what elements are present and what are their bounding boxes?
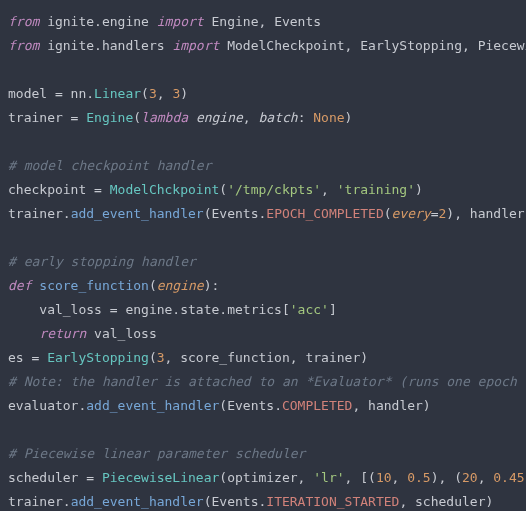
space	[188, 110, 196, 125]
code-text: (Events.	[204, 494, 267, 509]
line-17: evaluator.add_event_handler(Events.COMPL…	[8, 398, 431, 413]
paren: ):	[204, 278, 220, 293]
line-13: val_loss = engine.state.metrics['acc']	[8, 302, 337, 317]
param: engine	[196, 110, 243, 125]
number: 10	[376, 470, 392, 485]
method-add-event-handler: add_event_handler	[86, 398, 219, 413]
line-21: trainer.add_event_handler(Events.ITERATI…	[8, 494, 493, 509]
code-text: (Events.	[204, 206, 267, 221]
module-name: ignite.engine	[47, 14, 149, 29]
code-text: evaluator.	[8, 398, 86, 413]
class-piecewiselinear: PiecewiseLinear	[102, 470, 219, 485]
line-8: checkpoint = ModelChckpoint('/tmp/ckpts'…	[8, 182, 423, 197]
string: 'lr'	[313, 470, 344, 485]
code-text: val_loss = engine.state.metrics[	[8, 302, 290, 317]
keyword-return: return	[39, 326, 86, 341]
bracket: ]	[329, 302, 337, 317]
comment: # early stopping handler	[8, 254, 196, 269]
class-engine: Engine	[86, 110, 133, 125]
code-text: (Events.	[219, 398, 282, 413]
line-15: es = EarlyStopping(3, score_function, tr…	[8, 350, 368, 365]
code-text: trainer.	[8, 206, 71, 221]
code-text: val_loss	[86, 326, 156, 341]
line-5: trainer = Engine(lambda engine, batch: N…	[8, 110, 352, 125]
method-add-event-handler: add_event_handler	[71, 494, 204, 509]
class-modelcheckpoint: ModelChckpoint	[110, 182, 220, 197]
line-14: return val_loss	[8, 326, 157, 341]
code-text: ), (	[431, 470, 462, 485]
string: '/tmp/ckpts'	[227, 182, 321, 197]
code-text: , [(	[345, 470, 376, 485]
number: 20	[462, 470, 478, 485]
import-names: Engine, Events	[212, 14, 322, 29]
code-text: model = nn.	[8, 86, 94, 101]
class-linear: Linear	[94, 86, 141, 101]
comma: ,	[392, 470, 408, 485]
method-add-event-handler: add_event_handler	[71, 206, 204, 221]
import-names: ModelCheckpoint, EarlyStopping, Piecewi	[227, 38, 526, 53]
colon: :	[298, 110, 314, 125]
keyword-import: import	[157, 14, 204, 29]
line-9: trainer.add_event_handler(Events.EPOCH_C…	[8, 206, 526, 221]
paren: (	[149, 350, 157, 365]
param: engine	[157, 278, 204, 293]
keyword-from: from	[8, 38, 39, 53]
comment: # model checkpoint handler	[8, 158, 212, 173]
paren: (	[141, 86, 149, 101]
string: 'acc'	[290, 302, 329, 317]
code-text: , score_function, trainer)	[165, 350, 369, 365]
number: 3	[149, 86, 157, 101]
number: 0.45	[493, 470, 524, 485]
event-epoch-completed: EPOCH_COMPLETED	[266, 206, 383, 221]
line-12: def score_function(engine):	[8, 278, 219, 293]
code-text: scheduler =	[8, 470, 102, 485]
number: 0.5	[407, 470, 430, 485]
code-text: ), handler,	[446, 206, 526, 221]
param: batch	[259, 110, 298, 125]
paren: (	[219, 182, 227, 197]
paren: (	[149, 278, 157, 293]
keyword-import: import	[172, 38, 219, 53]
equals: =	[431, 206, 439, 221]
paren: (	[384, 206, 392, 221]
code-text: , handler)	[352, 398, 430, 413]
string: 'training'	[337, 182, 415, 197]
indent	[8, 326, 39, 341]
keyword-def: def	[8, 278, 31, 293]
paren: )	[345, 110, 353, 125]
none-literal: None	[313, 110, 344, 125]
comma: ,	[321, 182, 337, 197]
comment: # Note: the handler is attached to an *E…	[8, 374, 526, 389]
code-block: from ignite.engine import Engine, Events…	[0, 0, 526, 511]
keyword-from: from	[8, 14, 39, 29]
number: 3	[157, 350, 165, 365]
kwarg-every: every	[392, 206, 431, 221]
comma: ,	[243, 110, 259, 125]
paren: )	[415, 182, 423, 197]
line-2: from ignite.handlers import ModelCheckpo…	[8, 38, 526, 53]
line-20: scheduler = PiecewiseLinear(optimizer, '…	[8, 470, 526, 485]
event-completed: COMPLETED	[282, 398, 352, 413]
comma: ,	[157, 86, 173, 101]
keyword-lambda: lambda	[141, 110, 188, 125]
line-1: from ignite.engine import Engine, Events	[8, 14, 321, 29]
code-text: trainer =	[8, 110, 86, 125]
code-text: (optimizer,	[219, 470, 313, 485]
code-text: es =	[8, 350, 47, 365]
function-score-function: score_function	[39, 278, 149, 293]
paren: (	[133, 110, 141, 125]
code-text: trainer.	[8, 494, 71, 509]
paren: )	[180, 86, 188, 101]
line-4: model = nn.Linear(3, 3)	[8, 86, 188, 101]
comment: # Piecewise linear parameter scheduler	[8, 446, 305, 461]
class-earlystopping: EarlyStopping	[47, 350, 149, 365]
code-text: , scheduler)	[399, 494, 493, 509]
comma: ,	[478, 470, 494, 485]
code-text: checkpoint =	[8, 182, 110, 197]
event-iteration-started: ITERATION_STARTED	[266, 494, 399, 509]
module-name: ignite.handlers	[47, 38, 164, 53]
